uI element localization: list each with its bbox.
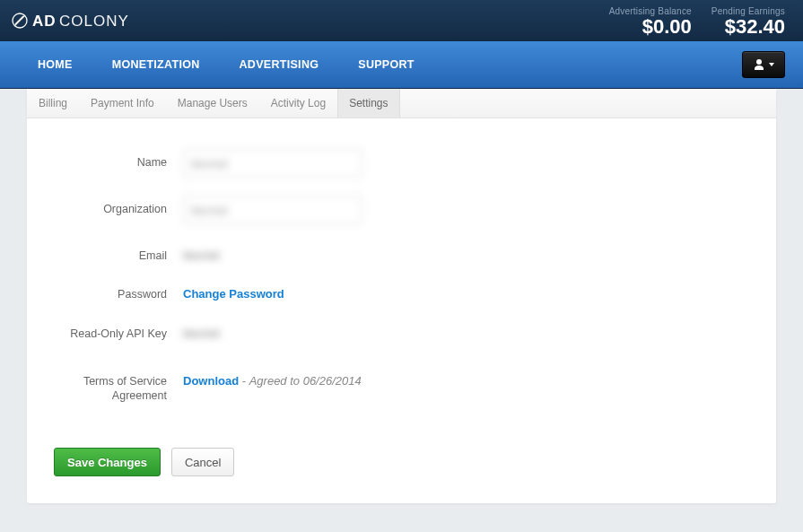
cancel-button[interactable]: Cancel — [171, 448, 234, 476]
subtab-settings[interactable]: Settings — [337, 89, 399, 118]
svg-text:COLONY: COLONY — [59, 13, 129, 30]
tos-download-link[interactable]: Download — [183, 374, 239, 388]
organization-input[interactable] — [183, 196, 362, 224]
organization-label: Organization — [54, 196, 183, 216]
topbar: AD COLONY Advertising Balance $0.00 Pend… — [0, 0, 803, 41]
balance-label: Advertising Balance — [609, 3, 692, 16]
subtabs: Billing Payment Info Manage Users Activi… — [27, 89, 776, 118]
balance-value: $0.00 — [609, 16, 692, 38]
password-label: Password — [54, 281, 183, 301]
brand-logo[interactable]: AD COLONY — [11, 9, 154, 32]
nav-home[interactable]: HOME — [18, 42, 92, 87]
api-key-value: blurred — [183, 320, 219, 340]
settings-form: Name Organization Email blurred Password… — [27, 118, 776, 448]
footer: CONTACT SUPPORT PRIVACY — [0, 503, 803, 532]
subtab-manage-users[interactable]: Manage Users — [166, 89, 259, 118]
chevron-down-icon — [769, 63, 774, 66]
user-icon — [753, 58, 765, 71]
main-nav: HOME MONETIZATION ADVERTISING SUPPORT — [0, 41, 803, 89]
email-label: Email — [54, 242, 183, 263]
tos-sep: - — [239, 374, 249, 388]
subtab-payment-info[interactable]: Payment Info — [79, 89, 166, 118]
content-panel: Billing Payment Info Manage Users Activi… — [27, 89, 776, 503]
nav-support[interactable]: SUPPORT — [338, 42, 434, 87]
nav-monetization[interactable]: MONETIZATION — [92, 42, 220, 87]
earnings-value: $32.40 — [711, 16, 785, 38]
name-label: Name — [54, 149, 183, 170]
advertising-balance: Advertising Balance $0.00 — [609, 3, 692, 38]
subtab-billing[interactable]: Billing — [27, 89, 79, 118]
user-menu-button[interactable] — [742, 51, 785, 78]
name-input[interactable] — [183, 149, 362, 178]
tos-label: Terms of Service Agreement — [54, 368, 183, 404]
nav-advertising[interactable]: ADVERTISING — [220, 42, 339, 87]
tos-agreed-text: Agreed to 06/26/2014 — [249, 374, 362, 388]
email-value: blurred — [183, 242, 219, 262]
subtab-activity-log[interactable]: Activity Log — [259, 89, 337, 118]
form-actions: Save Changes Cancel — [27, 448, 776, 503]
change-password-link[interactable]: Change Password — [183, 287, 284, 301]
save-button[interactable]: Save Changes — [54, 448, 161, 476]
api-key-label: Read-Only API Key — [54, 320, 183, 341]
svg-text:AD: AD — [32, 13, 57, 30]
earnings-label: Pending Earnings — [711, 3, 785, 16]
pending-earnings: Pending Earnings $32.40 — [711, 3, 785, 38]
